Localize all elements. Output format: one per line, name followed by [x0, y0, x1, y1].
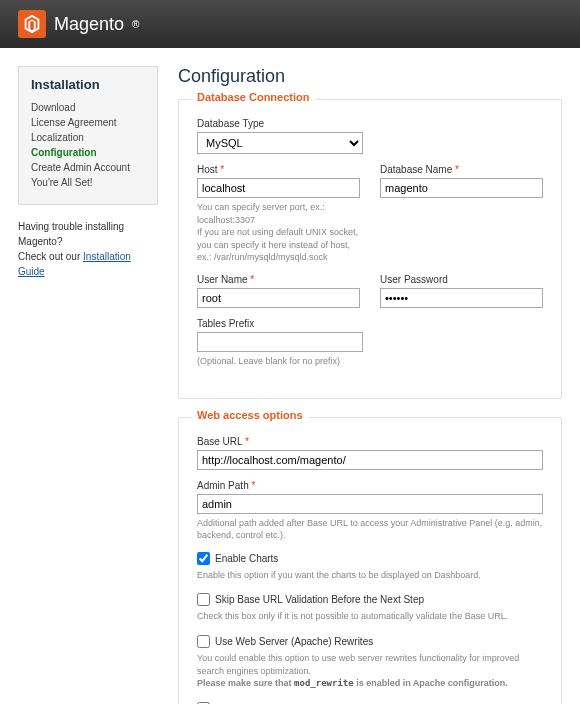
db-legend: Database Connection [191, 91, 315, 103]
sidebar-item-download[interactable]: Download [31, 100, 145, 115]
rewrites-hint: You could enable this option to use web … [197, 652, 543, 690]
db-prefix-input[interactable] [197, 332, 363, 352]
db-prefix-hint: (Optional. Leave blank for no prefix) [197, 355, 363, 368]
db-connection-fieldset: Database Connection Database Type MySQL … [178, 99, 562, 399]
skip-validation-checkbox[interactable] [197, 593, 210, 606]
sidebar-item-license-agreement[interactable]: License Agreement [31, 115, 145, 130]
web-access-fieldset: Web access options Base URL * Admin Path… [178, 417, 562, 704]
sidebar-title: Installation [31, 77, 145, 92]
db-name-input[interactable] [380, 178, 543, 198]
sidebar-item-configuration[interactable]: Configuration [31, 145, 145, 160]
brand-text: Magento [54, 14, 124, 35]
sidebar-item-localization[interactable]: Localization [31, 130, 145, 145]
db-user-input[interactable] [197, 288, 360, 308]
rewrites-checkbox[interactable] [197, 635, 210, 648]
db-type-label: Database Type [197, 118, 363, 129]
admin-path-input[interactable] [197, 494, 543, 514]
skip-validation-label[interactable]: Skip Base URL Validation Before the Next… [197, 593, 543, 606]
logo-icon [18, 10, 46, 38]
page-title: Configuration [178, 66, 562, 87]
sidebar-item-you-re-all-set-[interactable]: You're All Set! [31, 175, 145, 190]
db-host-label: Host * [197, 164, 360, 175]
enable-charts-label[interactable]: Enable Charts [197, 552, 543, 565]
skip-validation-hint: Check this box only if it is not possibl… [197, 610, 543, 623]
admin-path-hint: Additional path added after Base URL to … [197, 517, 543, 542]
db-pass-label: User Password [380, 274, 543, 285]
web-legend: Web access options [191, 409, 309, 421]
header: Magento® [0, 0, 580, 48]
help-text: Having trouble installing Magento? Check… [18, 219, 158, 279]
db-name-label: Database Name * [380, 164, 543, 175]
db-host-hint: You can specify server port, ex.: localh… [197, 201, 360, 264]
admin-path-label: Admin Path * [197, 480, 543, 491]
db-pass-input[interactable] [380, 288, 543, 308]
db-prefix-label: Tables Prefix [197, 318, 363, 329]
rewrites-label[interactable]: Use Web Server (Apache) Rewrites [197, 635, 543, 648]
base-url-label: Base URL * [197, 436, 543, 447]
reg-mark: ® [132, 19, 139, 30]
db-type-select[interactable]: MySQL [197, 132, 363, 154]
sidebar: Installation DownloadLicense AgreementLo… [18, 66, 158, 704]
enable-charts-hint: Enable this option if you want the chart… [197, 569, 543, 582]
db-host-input[interactable] [197, 178, 360, 198]
db-user-label: User Name * [197, 274, 360, 285]
sidebar-item-create-admin-account[interactable]: Create Admin Account [31, 160, 145, 175]
logo: Magento® [18, 10, 139, 38]
base-url-input[interactable] [197, 450, 543, 470]
enable-charts-checkbox[interactable] [197, 552, 210, 565]
